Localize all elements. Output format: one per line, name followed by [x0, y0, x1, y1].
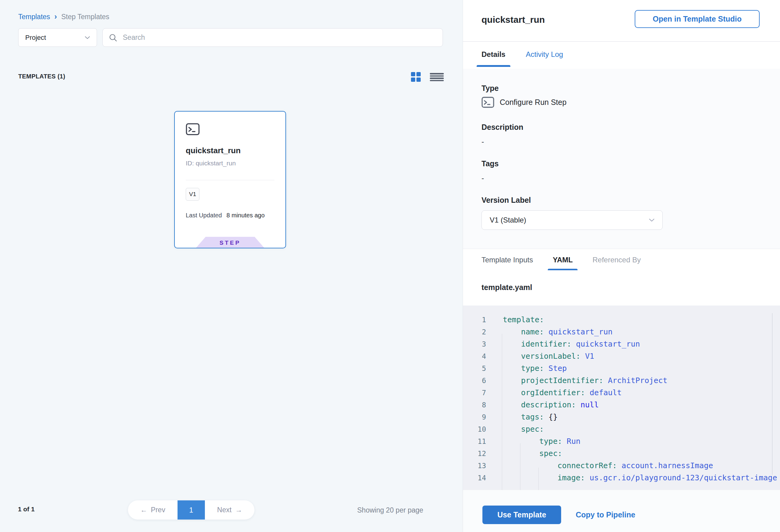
breadcrumb-chevron-icon: ›: [54, 12, 57, 20]
version-badge: V1: [186, 188, 199, 201]
indent-guide: [502, 334, 502, 490]
search-icon: [109, 34, 117, 42]
yaml-code-line: 2name: quickstart_run: [463, 326, 780, 338]
line-number: 14: [463, 472, 486, 484]
line-number: 12: [463, 447, 486, 460]
list-view-icon: [430, 73, 444, 75]
yaml-code-editor: 1template:2name: quickstart_run3identifi…: [463, 305, 780, 490]
yaml-code-line: 13connectorRef: account.harnessImage: [463, 460, 780, 472]
page-summary: 1 of 1: [18, 505, 35, 513]
scope-select[interactable]: Project: [18, 28, 97, 47]
last-updated-label: Last Updated: [186, 212, 222, 219]
version-select[interactable]: V1 (Stable): [482, 210, 663, 230]
yaml-code-line: 6projectIdentifier: ArchitProject: [463, 375, 780, 387]
line-number: 6: [463, 375, 486, 387]
template-card-title: quickstart_run: [186, 146, 241, 155]
version-select-value: V1 (Stable): [490, 216, 649, 224]
yaml-section-tab-bar: Template Inputs YAML Referenced By: [463, 249, 780, 271]
version-label: Version Label: [482, 196, 531, 205]
step-type-ribbon: STEP: [196, 237, 264, 248]
details-footer: Use Template Copy to Pipeline: [463, 490, 780, 532]
yaml-file-row: template.yaml: [463, 270, 780, 306]
description-label: Description: [482, 123, 524, 132]
filter-row: Project: [18, 28, 443, 47]
grid-view-button[interactable]: [411, 72, 421, 82]
yaml-code-line: 3identifier: quickstart_run: [463, 338, 780, 350]
pagination: ← Prev 1 Next →: [128, 500, 254, 520]
yaml-code-line: 5type: Step: [463, 362, 780, 375]
yaml-code-line: 7orgIdentifier: default: [463, 387, 780, 399]
type-value-row: Configure Run Step: [482, 97, 567, 108]
terminal-icon: [482, 97, 494, 108]
yaml-code-line: 4versionLabel: V1: [463, 350, 780, 362]
yaml-code-line: 1template:: [463, 314, 780, 326]
terminal-icon: [186, 123, 200, 135]
last-updated-value: 8 minutes ago: [227, 212, 265, 219]
search-box: [102, 28, 443, 47]
templates-list-panel: Templates › Step Templates Project TEMPL…: [0, 0, 462, 532]
current-page-button[interactable]: 1: [178, 500, 205, 520]
type-label: Type: [482, 84, 499, 93]
description-value: -: [482, 137, 484, 146]
templates-count-header: TEMPLATES (1): [18, 73, 65, 80]
yaml-file-name: template.yaml: [482, 283, 532, 292]
details-content: Type Configure Run Step Description - Ta…: [463, 69, 780, 249]
line-number: 5: [463, 362, 486, 375]
tab-yaml[interactable]: YAML: [548, 249, 578, 271]
yaml-code-line: 10spec:: [463, 423, 780, 435]
indent-guide: [520, 443, 521, 490]
list-view-button[interactable]: [430, 73, 444, 81]
line-number: 1: [463, 314, 486, 326]
copy-to-pipeline-button[interactable]: Copy to Pipeline: [576, 505, 635, 524]
template-card[interactable]: quickstart_run ID: quickstart_run V1 Las…: [174, 111, 286, 248]
tab-details[interactable]: Details: [477, 42, 510, 67]
prev-page-button[interactable]: ← Prev: [128, 500, 178, 520]
prev-page-label: Prev: [151, 506, 165, 514]
line-number: 9: [463, 411, 486, 423]
chevron-down-icon: [85, 36, 90, 39]
editor-scrollbar[interactable]: [772, 313, 772, 475]
next-page-label: Next: [217, 506, 231, 514]
line-number: 10: [463, 423, 486, 435]
yaml-code-line: 14image: us.gcr.io/playground-123/quicks…: [463, 472, 780, 484]
template-details-panel: quickstart_run Open in Template Studio D…: [462, 0, 780, 532]
scope-select-value: Project: [25, 34, 85, 42]
indent-guide: [538, 468, 539, 490]
breadcrumb-current: Step Templates: [61, 13, 109, 21]
use-template-button[interactable]: Use Template: [482, 505, 561, 524]
arrow-left-icon: ←: [140, 506, 147, 514]
per-page-indicator: Showing 20 per page: [357, 506, 423, 514]
breadcrumb: Templates › Step Templates: [18, 13, 109, 21]
next-page-button[interactable]: Next →: [205, 500, 254, 520]
details-title: quickstart_run: [482, 14, 545, 25]
tab-activity-log[interactable]: Activity Log: [521, 42, 568, 67]
tags-label: Tags: [482, 159, 499, 168]
open-in-template-studio-button[interactable]: Open in Template Studio: [635, 10, 760, 28]
details-header: quickstart_run Open in Template Studio: [463, 0, 780, 42]
breadcrumb-templates-link[interactable]: Templates: [18, 13, 50, 21]
search-input[interactable]: [122, 33, 437, 42]
line-number: 13: [463, 460, 486, 472]
step-type-ribbon-label: STEP: [220, 239, 241, 246]
tags-value: -: [482, 174, 484, 183]
line-number: 4: [463, 350, 486, 362]
line-number: 7: [463, 387, 486, 399]
type-value: Configure Run Step: [500, 98, 567, 107]
yaml-code-line: 12spec:: [463, 447, 780, 460]
yaml-code-line: 9tags: {}: [463, 411, 780, 423]
tab-referenced-by[interactable]: Referenced By: [588, 249, 646, 271]
line-number: 3: [463, 338, 486, 350]
last-updated-row: Last Updated 8 minutes ago: [186, 212, 265, 219]
tab-template-inputs[interactable]: Template Inputs: [477, 249, 538, 271]
yaml-code-line: 11type: Run: [463, 435, 780, 447]
line-number: 11: [463, 435, 486, 447]
yaml-code-line: 8description: null: [463, 399, 780, 411]
card-divider: [186, 180, 275, 180]
line-number: 8: [463, 399, 486, 411]
arrow-right-icon: →: [235, 506, 242, 514]
details-tab-bar: Details Activity Log: [463, 42, 780, 69]
template-card-id: ID: quickstart_run: [186, 160, 236, 167]
grid-view-icon: [411, 72, 415, 76]
line-number: 2: [463, 326, 486, 338]
chevron-down-icon: [649, 219, 654, 222]
